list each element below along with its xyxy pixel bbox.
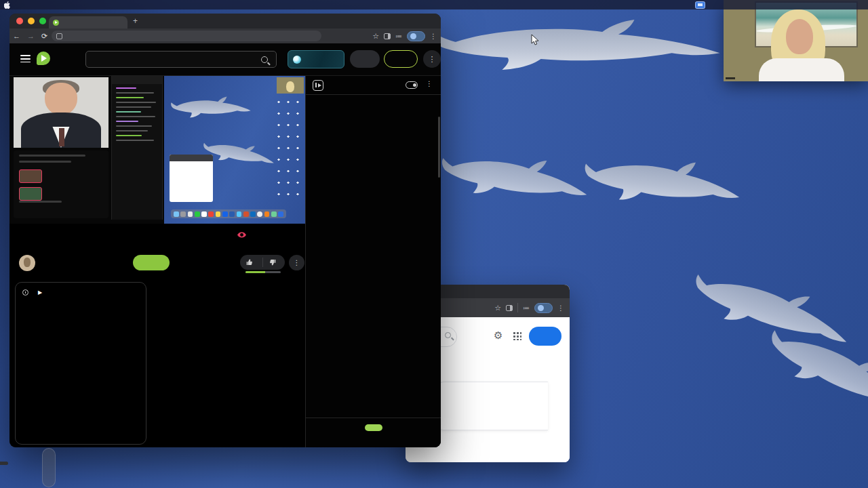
desktop: ☆ ≔ ⋮ ⚙ <box>0 0 868 488</box>
verify-badge[interactable] <box>534 303 553 313</box>
rumble-page: ⋮ <box>9 43 441 447</box>
browser-menu-icon[interactable]: ⋮ <box>430 33 437 40</box>
thumbs-down-icon <box>269 259 276 266</box>
address-bar[interactable] <box>52 30 321 41</box>
window-controls[interactable] <box>16 18 46 24</box>
webcam-person-body <box>759 58 844 81</box>
shared-screen-portrait-photo <box>14 77 108 148</box>
profile-dot-icon <box>410 33 416 39</box>
shared-screen-page-content <box>14 150 108 218</box>
video-player[interactable] <box>9 76 305 224</box>
related-videos <box>153 284 305 447</box>
video-menu-icon[interactable]: ⋮ <box>289 255 304 270</box>
sign-in-to-chat-button[interactable] <box>365 424 382 431</box>
browser-menu-icon[interactable]: ⋮ <box>557 304 564 312</box>
link-status-tooltip <box>0 462 8 465</box>
site-settings-icon[interactable] <box>56 33 62 39</box>
tune-icon[interactable]: ≔ <box>395 33 402 40</box>
rumble-logo[interactable] <box>37 52 54 65</box>
rumble-header: ⋮ <box>9 43 441 76</box>
back-button[interactable]: ← <box>9 32 24 40</box>
mouse-cursor <box>531 34 539 46</box>
sign-up-button[interactable] <box>384 50 418 68</box>
toolbar-divider <box>517 303 518 312</box>
clock-icon <box>22 289 28 296</box>
chat-footer <box>306 418 441 447</box>
tune-icon[interactable]: ≔ <box>523 304 530 312</box>
shared-screen-desktop <box>164 76 305 224</box>
verify-badge[interactable] <box>407 31 425 41</box>
google-apps-grid-icon[interactable] <box>513 331 521 340</box>
search-bar[interactable] <box>85 51 277 68</box>
rumble-favicon <box>53 20 59 26</box>
live-chat-panel: ⋮ <box>305 76 441 447</box>
channel-row: ⋮ <box>19 255 305 275</box>
side-panel-icon[interactable] <box>506 305 513 311</box>
google-sign-in-button[interactable] <box>529 327 561 346</box>
side-panel-icon[interactable] <box>384 33 391 39</box>
reload-button[interactable]: ⟳ <box>38 32 51 41</box>
screen-share-status-icon[interactable] <box>695 1 705 9</box>
collapse-chat-icon[interactable] <box>313 80 323 91</box>
chat-scrollbar[interactable] <box>438 117 440 178</box>
shared-screen-dock <box>171 209 286 218</box>
hamburger-menu-icon[interactable] <box>20 55 31 64</box>
gear-icon[interactable]: ⚙ <box>494 329 502 342</box>
browser-tab[interactable] <box>49 16 127 28</box>
chat-header: ⋮ <box>306 76 441 95</box>
profile-dot-icon <box>538 305 544 311</box>
comet-icon <box>293 56 301 64</box>
shared-screen-icons <box>274 96 302 198</box>
search-input[interactable] <box>86 56 261 64</box>
bookmark-star-icon[interactable]: ☆ <box>372 32 379 41</box>
go-ad-free-button[interactable] <box>288 50 344 68</box>
chat-toggle-icon[interactable] <box>406 81 418 89</box>
webcam-name-label <box>726 77 735 79</box>
minimize-window-button[interactable] <box>28 18 35 24</box>
dislike-button[interactable] <box>263 259 285 266</box>
zoom-window-button[interactable] <box>39 18 46 24</box>
dock <box>42 448 56 487</box>
webcam-overlay[interactable] <box>724 0 868 81</box>
chat-messages <box>306 98 441 418</box>
video-meta-card: ▶ <box>15 282 146 445</box>
rumble-play-icon <box>37 52 50 65</box>
shared-screen-webcam <box>277 77 304 94</box>
sign-in-button[interactable] <box>350 50 380 68</box>
shared-screen-window <box>170 155 213 202</box>
results-about-card <box>437 382 548 430</box>
video-stats <box>237 232 258 238</box>
thumbs-up-icon <box>246 259 253 266</box>
like-button[interactable] <box>240 259 262 266</box>
close-window-button[interactable] <box>16 18 23 24</box>
follow-button[interactable] <box>133 255 170 270</box>
header-menu-icon[interactable]: ⋮ <box>423 50 441 68</box>
channel-avatar[interactable] <box>19 255 35 271</box>
menu-bar <box>0 0 868 9</box>
search-icon[interactable] <box>261 56 268 63</box>
like-ratio-bar <box>245 271 281 273</box>
tab-bar: + <box>9 14 441 28</box>
search-icon[interactable] <box>445 332 451 338</box>
shared-screen-chat <box>111 76 163 220</box>
watching-play-icon: ▶ <box>38 289 42 296</box>
webcam-person-face <box>786 19 813 54</box>
new-tab-button[interactable]: + <box>133 16 138 26</box>
bookmark-star-icon[interactable]: ☆ <box>494 304 501 312</box>
chrome-window: + ← → ⟳ ☆ ≔ ⋮ <box>9 14 441 447</box>
apple-menu-icon[interactable] <box>0 1 15 9</box>
like-dislike-group <box>240 255 285 270</box>
views-eye-icon <box>237 232 246 238</box>
chat-menu-icon[interactable]: ⋮ <box>426 80 433 87</box>
forward-button[interactable]: → <box>24 32 38 40</box>
browser-toolbar: ← → ⟳ ☆ ≔ ⋮ <box>9 28 441 43</box>
